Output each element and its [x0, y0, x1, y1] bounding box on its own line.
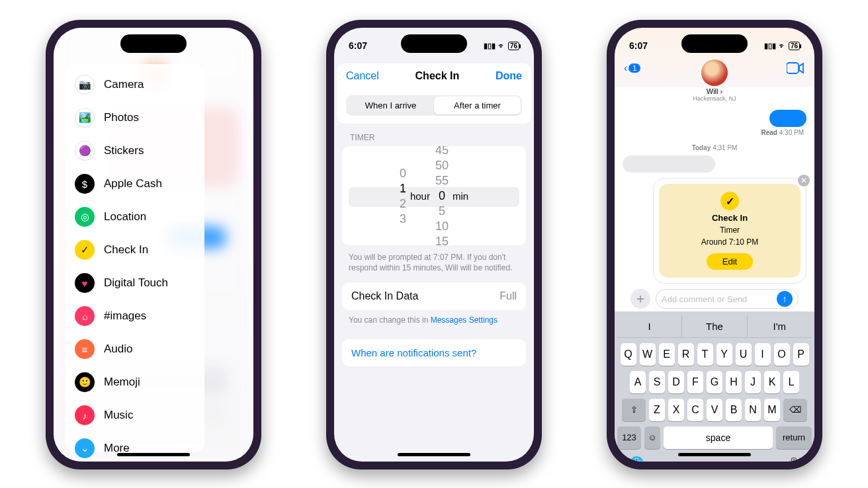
drawer-item-label: Photos — [104, 111, 139, 124]
mode-segmented-control[interactable]: When I arrive After a timer — [346, 95, 522, 116]
home-indicator[interactable] — [117, 453, 190, 456]
shift-key[interactable]: ⇧ — [622, 399, 646, 421]
key-y[interactable]: Y — [716, 343, 732, 366]
camera-icon: 📷 — [75, 75, 95, 95]
drawer-item-label: Apple Cash — [104, 177, 162, 190]
svg-rect-0 — [787, 63, 799, 73]
key-t[interactable]: T — [697, 343, 713, 366]
home-indicator[interactable] — [678, 453, 751, 456]
suggestion[interactable]: I'm — [747, 315, 812, 337]
key-z[interactable]: Z — [649, 399, 665, 421]
drawer-item-music[interactable]: ♪Music — [65, 399, 204, 432]
contact-name[interactable]: Will › — [707, 87, 722, 95]
drawer-item-photos[interactable]: 🏞️Photos — [65, 101, 204, 134]
drawer-item-stickers[interactable]: 🟣Stickers — [65, 134, 204, 167]
return-key[interactable]: return — [776, 427, 812, 449]
key-r[interactable]: R — [678, 343, 694, 366]
notifications-help-link[interactable]: When are notifications sent? — [342, 339, 526, 366]
dictation-key[interactable]: 🎙 — [788, 456, 800, 462]
cancel-button[interactable]: Cancel — [346, 70, 379, 82]
drawer-item--images[interactable]: ⌕#images — [65, 300, 204, 333]
globe-key[interactable]: 🌐 — [629, 456, 644, 462]
attach-button[interactable]: ＋ — [630, 289, 650, 309]
checkin-card-title: Check In — [712, 213, 748, 223]
key-j[interactable]: J — [745, 371, 761, 393]
drawer-item-label: Digital Touch — [104, 276, 168, 290]
key-a[interactable]: A — [630, 371, 646, 393]
done-button[interactable]: Done — [496, 70, 522, 82]
location-icon: ◎ — [75, 207, 95, 227]
more-icon: ⌄ — [75, 438, 95, 458]
checkin-data-value: Full — [499, 290, 517, 302]
checkin-card-line1: Timer — [720, 225, 740, 235]
drawer-item-label: Music — [104, 409, 133, 422]
key-f[interactable]: F — [687, 371, 703, 393]
key-u[interactable]: U — [736, 343, 752, 366]
drawer-item-apple-cash[interactable]: $Apple Cash — [65, 167, 204, 200]
drawer-item-digital-touch[interactable]: ♥Digital Touch — [65, 266, 204, 300]
facetime-button[interactable] — [787, 62, 804, 77]
contact-location: Hackensack, NJ — [693, 95, 736, 102]
sent-message-bubble[interactable] — [769, 110, 806, 127]
received-message-bubble[interactable] — [623, 155, 715, 173]
phone-app-drawer: 📷Camera🏞️Photos🟣Stickers$Apple Cash◎Loca… — [46, 20, 261, 469]
key-m[interactable]: M — [764, 399, 780, 421]
close-icon[interactable]: ✕ — [798, 175, 810, 186]
drawer-item-label: Stickers — [104, 144, 144, 157]
suggestion[interactable]: I — [617, 315, 681, 337]
suggestion[interactable]: The — [681, 315, 746, 337]
contact-avatar[interactable] — [701, 60, 728, 86]
checkin-icon: ✓ — [75, 240, 95, 260]
drawer-item-check-in[interactable]: ✓Check In — [65, 233, 204, 266]
key-k[interactable]: K — [764, 371, 780, 393]
message-input[interactable]: Add comment or Send ↑ — [656, 289, 799, 309]
key-w[interactable]: W — [640, 343, 656, 366]
space-key[interactable]: space — [664, 427, 773, 449]
segment-after-a-timer[interactable]: After a timer — [434, 97, 521, 114]
key-b[interactable]: B — [726, 399, 742, 421]
key-v[interactable]: V — [707, 399, 722, 421]
emoji-key[interactable]: ☺ — [644, 427, 660, 449]
drawer-item-location[interactable]: ◎Location — [65, 200, 204, 233]
key-s[interactable]: S — [649, 371, 665, 393]
checkin-edit-button[interactable]: Edit — [707, 253, 753, 270]
drawer-item-memoji[interactable]: 🙂Memoji — [65, 366, 204, 399]
key-n[interactable]: N — [745, 399, 761, 421]
messages-settings-link[interactable]: Messages Settings — [431, 315, 498, 325]
checkin-card-line2: Around 7:10 PM — [701, 237, 759, 247]
photos-icon: 🏞️ — [75, 108, 95, 128]
drawer-item-label: Camera — [104, 78, 144, 91]
home-indicator[interactable] — [398, 453, 470, 456]
message-placeholder: Add comment or Send — [662, 294, 747, 304]
cash-icon: $ — [75, 174, 95, 194]
keyboard[interactable]: ITheI'm QWERTYUIOP ASDFGHJKL ⇧ZXCVBNM⌫ 1… — [615, 311, 814, 462]
drawer-item-label: Memoji — [104, 376, 140, 389]
drawer-item-more[interactable]: ⌄More — [65, 432, 204, 462]
drawer-item-audio[interactable]: ≡Audio — [65, 333, 204, 366]
backspace-key[interactable]: ⌫ — [783, 399, 807, 421]
dynamic-island — [120, 34, 187, 53]
checkin-data-row[interactable]: Check In Data Full — [342, 282, 526, 310]
key-i[interactable]: I — [755, 343, 771, 366]
key-g[interactable]: G — [707, 371, 722, 393]
key-p[interactable]: P — [793, 343, 809, 366]
sheet-header: Cancel Check In Done — [337, 63, 531, 89]
dynamic-island — [681, 34, 748, 53]
drawer-item-camera[interactable]: 📷Camera — [65, 68, 204, 101]
drawer-item-label: #images — [104, 309, 146, 323]
key-d[interactable]: D — [668, 371, 684, 393]
key-c[interactable]: C — [687, 399, 703, 421]
key-q[interactable]: Q — [621, 343, 636, 366]
key-h[interactable]: H — [726, 371, 742, 393]
key-o[interactable]: O — [774, 343, 790, 366]
key-l[interactable]: L — [783, 371, 799, 393]
conversation-scroll[interactable]: Read 4:30 PM Today 4:31 PM ✕ ✓ Check In … — [615, 102, 814, 311]
send-button[interactable]: ↑ — [777, 291, 793, 307]
key-x[interactable]: X — [668, 399, 684, 421]
timer-picker[interactable]: 0123 hour 455055051015 min — [342, 146, 526, 245]
timestamp-divider: Today 4:31 PM — [623, 144, 806, 151]
back-button[interactable]: ‹ 1 — [624, 62, 640, 74]
numbers-key[interactable]: 123 — [617, 427, 641, 449]
key-e[interactable]: E — [659, 343, 675, 366]
segment-when-i-arrive[interactable]: When I arrive — [347, 97, 434, 114]
